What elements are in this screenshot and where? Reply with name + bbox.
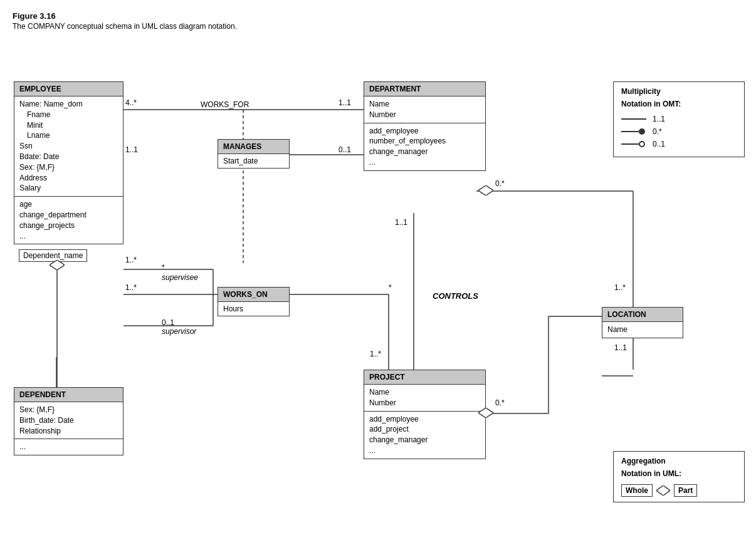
dependent-class: DEPENDENT Sex: {M,F} Birth_date: Date Re… bbox=[14, 387, 123, 455]
department-header: DEPARTMENT bbox=[364, 82, 485, 96]
manages-header: MANAGES bbox=[218, 140, 289, 154]
multiplicity-legend: Multiplicity Notation in OMT: 1..1 0.* 0… bbox=[613, 81, 745, 157]
location-header: LOCATION bbox=[602, 308, 683, 322]
mult-supervisor: 0..1 bbox=[162, 318, 174, 327]
page-container: Figure 3.16 The COMPANY conceptual schem… bbox=[0, 0, 756, 540]
mult-legend-title2: Notation in OMT: bbox=[621, 100, 737, 108]
mult-manages-tr: 0..1 bbox=[339, 145, 351, 154]
employee-attributes: Name: Name_dom Fname Minit Lname Ssn Bda… bbox=[14, 96, 123, 197]
agg-legend-title2: Notation in UML: bbox=[621, 469, 737, 478]
figure-title: Figure 3.16 bbox=[13, 11, 743, 21]
manages-box: MANAGES Start_date bbox=[218, 139, 290, 169]
mult-legend-row1: 1..1 bbox=[621, 115, 737, 123]
dept-location-diamond bbox=[478, 185, 493, 195]
supervisor-label: supervisor bbox=[162, 327, 196, 336]
mult-dept-loc-loc: 1..* bbox=[614, 283, 626, 292]
mult-works-on-left: 1..* bbox=[125, 283, 137, 292]
mult-works-on-right: * bbox=[389, 283, 392, 292]
legend-dot-icon bbox=[639, 128, 645, 135]
legend-line-dot bbox=[621, 128, 646, 135]
agg-whole-box: Whole bbox=[621, 484, 653, 497]
supervisee-label: supervisee bbox=[162, 273, 198, 282]
mult-manages-tl: 1..1 bbox=[125, 145, 138, 154]
works-on-box: WORKS_ON Hours bbox=[218, 287, 290, 316]
aggregation-legend: Aggregation Notation in UML: Whole Part bbox=[613, 451, 745, 502]
employee-class: EMPLOYEE Name: Name_dom Fname Minit Lnam… bbox=[14, 81, 123, 244]
svg-marker-21 bbox=[478, 185, 493, 195]
svg-marker-23 bbox=[656, 485, 670, 496]
department-attributes: Name Number bbox=[364, 96, 485, 123]
project-class: PROJECT Name Number add_employee add_pro… bbox=[364, 370, 486, 459]
location-class: LOCATION Name bbox=[602, 307, 683, 338]
location-attributes: Name bbox=[602, 322, 683, 338]
works-on-header: WORKS_ON bbox=[218, 288, 289, 302]
works-on-attr: Hours bbox=[218, 302, 289, 316]
svg-marker-22 bbox=[478, 408, 493, 418]
dependent-header: DEPENDENT bbox=[14, 388, 123, 402]
manages-attr: Start_date bbox=[218, 154, 289, 168]
legend-line-1 bbox=[621, 118, 646, 120]
agg-part-box: Part bbox=[674, 484, 697, 497]
mult-proj-loc: 0.* bbox=[495, 398, 505, 407]
mult-supervisee: * bbox=[162, 263, 165, 272]
mult-loc-bottom: 1..1 bbox=[614, 343, 627, 352]
legend-circle-icon bbox=[639, 141, 645, 147]
employee-methods: age change_department change_projects ..… bbox=[14, 197, 123, 244]
dependent-diamond bbox=[50, 260, 65, 270]
dependent-methods: ... bbox=[14, 439, 123, 455]
mult-legend-row3: 0..1 bbox=[621, 140, 737, 148]
controls-label: CONTROLS bbox=[433, 291, 478, 301]
mult-legend-title1: Multiplicity bbox=[621, 87, 737, 96]
legend-line-circle bbox=[621, 140, 646, 148]
svg-marker-19 bbox=[50, 260, 65, 270]
mult-controls-top: 1..1 bbox=[395, 218, 407, 227]
mult-legend-row2: 0.* bbox=[621, 127, 737, 136]
project-agg-diamond bbox=[478, 408, 493, 418]
dependent-attributes: Sex: {M,F} Birth_date: Date Relationship bbox=[14, 402, 123, 439]
mult-works-for-left: 4..* bbox=[125, 98, 137, 107]
agg-diamond-icon bbox=[656, 485, 670, 496]
project-header: PROJECT bbox=[364, 370, 485, 385]
agg-legend-row: Whole Part bbox=[621, 484, 737, 497]
agg-legend-title1: Aggregation bbox=[621, 457, 737, 465]
project-methods: add_employee add_project change_manager … bbox=[364, 412, 485, 459]
department-class: DEPARTMENT Name Number add_employee numb… bbox=[364, 81, 486, 171]
mult-dept-loc-dept: 0.* bbox=[495, 179, 505, 188]
mult-manages-bl: 1..* bbox=[125, 256, 137, 264]
department-methods: add_employee number_of_employees change_… bbox=[364, 123, 485, 170]
figure-caption: The COMPANY conceptual schema in UML cla… bbox=[13, 22, 743, 31]
project-attributes: Name Number bbox=[364, 385, 485, 412]
mult-works-for-right: 1..1 bbox=[339, 98, 351, 107]
employee-header: EMPLOYEE bbox=[14, 82, 123, 96]
mult-controls-bottom: 1..* bbox=[370, 350, 381, 358]
works-for-label: WORKS_FOR bbox=[201, 100, 249, 109]
